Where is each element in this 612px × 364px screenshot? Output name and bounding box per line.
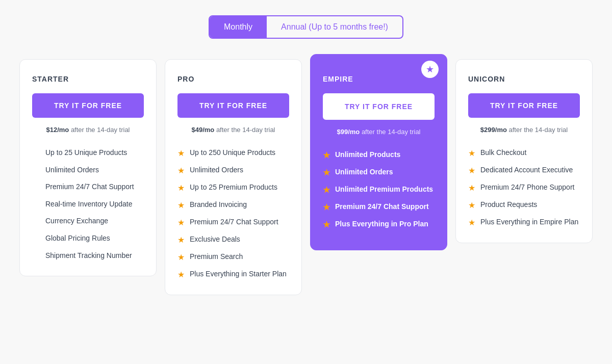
plans-container: STARTERTRY IT FOR FREE$12/mo after the 1… [15, 59, 597, 295]
billing-toggle: Monthly Annual (Up to 5 months free!) [209, 15, 403, 39]
feature-text: Product Requests [480, 200, 537, 210]
monthly-button[interactable]: Monthly [210, 16, 267, 38]
plan-name-pro: PRO [177, 75, 289, 83]
feature-text: Branded Invoicing [190, 200, 247, 210]
star-icon: ★ [177, 166, 185, 175]
feature-item: ★Branded Invoicing [177, 200, 289, 210]
feature-text: Bulk Checkout [480, 148, 526, 158]
feature-item: Unlimited Orders [32, 165, 144, 175]
plan-name-starter: STARTER [32, 75, 144, 83]
feature-item: ★Unlimited Products [323, 150, 435, 160]
star-icon: ★ [323, 202, 330, 212]
feature-item: ★Premium 24/7 Chat Support [177, 217, 289, 227]
price-text-starter: $12/mo after the 14-day trial [32, 126, 144, 134]
star-icon: ★ [468, 218, 475, 227]
star-icon: ★ [177, 235, 185, 245]
feature-text: Real-time Inventory Update [45, 199, 132, 210]
feature-item: ★Premium Search [177, 252, 289, 262]
feature-text: Plus Everything in Pro Plan [335, 219, 428, 229]
star-icon: ★ [468, 183, 475, 193]
star-icon: ★ [177, 200, 185, 210]
plan-card-starter: STARTERTRY IT FOR FREE$12/mo after the 1… [19, 59, 157, 276]
feature-item: Currency Exchange [32, 216, 144, 226]
feature-item: Real-time Inventory Update [32, 199, 144, 210]
plan-name-empire: EMPIRE [323, 75, 435, 83]
feature-item: ★Plus Everything in Pro Plan [323, 219, 435, 229]
feature-list-empire: ★Unlimited Products★Unlimited Orders★Unl… [323, 150, 435, 229]
feature-text: Unlimited Orders [335, 167, 393, 177]
star-icon: ★ [323, 168, 330, 177]
feature-text: Unlimited Orders [190, 165, 243, 175]
star-icon: ★ [323, 150, 330, 160]
feature-text: Premium Search [190, 252, 243, 262]
star-icon: ★ [177, 148, 185, 158]
feature-text: Plus Everything in Empire Plan [480, 217, 578, 227]
feature-text: Shipment Tracking Number [45, 251, 132, 261]
featured-badge: ★ [421, 61, 439, 78]
feature-item: ★Plus Everything in Empire Plan [468, 217, 580, 227]
price-text-unicorn: $299/mo after the 14-day trial [468, 126, 580, 134]
cta-button-starter[interactable]: TRY IT FOR FREE [32, 93, 144, 118]
feature-item: ★Exclusive Deals [177, 235, 289, 245]
plan-card-pro: PROTRY IT FOR FREE$49/mo after the 14-da… [165, 59, 302, 295]
feature-text: Unlimited Orders [45, 165, 99, 175]
feature-list-unicorn: ★Bulk Checkout★Dedicated Account Executi… [468, 148, 580, 227]
star-icon: ★ [323, 185, 330, 195]
feature-text: Unlimited Products [335, 150, 400, 160]
feature-text: Plus Everything in Starter Plan [190, 269, 287, 279]
feature-text: Unlimited Premium Products [335, 185, 433, 195]
feature-item: ★Premium 24/7 Chat Support [323, 202, 435, 212]
plan-card-empire: ★EMPIRETRY IT FOR FREE$99/mo after the 1… [310, 54, 447, 250]
feature-item: Premium 24/7 Chat Support [32, 182, 144, 192]
star-icon: ★ [177, 218, 185, 227]
annual-button[interactable]: Annual (Up to 5 months free!) [267, 16, 402, 38]
feature-text: Premium 24/7 Chat Support [45, 182, 134, 192]
feature-item: ★Plus Everything in Starter Plan [177, 269, 289, 279]
feature-text: Up to 25 Premium Products [190, 183, 277, 193]
feature-list-pro: ★Up to 250 Unique Products★Unlimited Ord… [177, 148, 289, 279]
price-text-pro: $49/mo after the 14-day trial [177, 126, 289, 134]
feature-item: Up to 25 Unique Products [32, 148, 144, 158]
feature-text: Currency Exchange [45, 216, 108, 226]
feature-item: ★Up to 250 Unique Products [177, 148, 289, 158]
feature-item: ★Bulk Checkout [468, 148, 580, 158]
cta-button-empire[interactable]: TRY IT FOR FREE [323, 93, 435, 120]
feature-item: ★Unlimited Orders [177, 165, 289, 175]
plan-card-unicorn: UNICORNTRY IT FOR FREE$299/mo after the … [455, 59, 593, 243]
feature-item: Shipment Tracking Number [32, 251, 144, 261]
feature-text: Premium 24/7 Phone Support [480, 183, 574, 193]
star-icon: ★ [177, 183, 185, 193]
feature-item: ★Product Requests [468, 200, 580, 210]
feature-text: Up to 250 Unique Products [190, 148, 275, 158]
feature-text: Global Pricing Rules [45, 233, 110, 244]
star-icon: ★ [177, 270, 185, 279]
feature-item: Global Pricing Rules [32, 233, 144, 244]
price-text-empire: $99/mo after the 14-day trial [323, 128, 435, 136]
feature-text: Dedicated Account Executive [480, 165, 573, 175]
cta-button-unicorn[interactable]: TRY IT FOR FREE [468, 93, 580, 118]
star-icon: ★ [468, 166, 475, 175]
feature-text: Premium 24/7 Chat Support [335, 202, 429, 212]
star-icon: ★ [177, 252, 185, 262]
feature-item: ★Premium 24/7 Phone Support [468, 183, 580, 193]
feature-text: Up to 25 Unique Products [45, 148, 127, 158]
feature-item: ★Unlimited Premium Products [323, 185, 435, 195]
star-icon: ★ [468, 148, 475, 158]
cta-button-pro[interactable]: TRY IT FOR FREE [177, 93, 289, 118]
star-icon: ★ [323, 220, 330, 229]
feature-item: ★Unlimited Orders [323, 167, 435, 177]
feature-list-starter: Up to 25 Unique ProductsUnlimited Orders… [32, 148, 144, 261]
feature-item: ★Dedicated Account Executive [468, 165, 580, 175]
feature-item: ★Up to 25 Premium Products [177, 183, 289, 193]
star-icon: ★ [468, 200, 475, 210]
feature-text: Premium 24/7 Chat Support [190, 217, 278, 227]
feature-text: Exclusive Deals [190, 235, 240, 245]
plan-name-unicorn: UNICORN [468, 75, 580, 83]
